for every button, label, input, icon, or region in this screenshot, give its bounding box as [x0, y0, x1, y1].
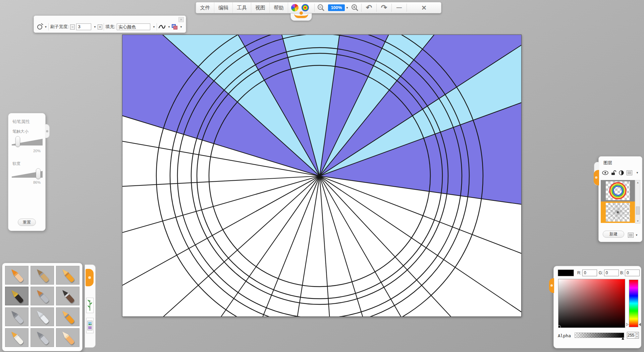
line-style-icon[interactable]: [158, 24, 165, 30]
green-input[interactable]: 0: [604, 270, 619, 276]
layers-drag-ear[interactable]: [594, 170, 599, 185]
blue-field-group: B: 0: [620, 270, 640, 276]
plant-stamp-button[interactable]: [86, 298, 94, 313]
tool-paint-tube[interactable]: [5, 328, 29, 347]
undo-button[interactable]: ↶: [362, 2, 376, 13]
brush-shape-caret[interactable]: ▼: [45, 25, 47, 28]
scroll-down-arrow[interactable]: ▼: [636, 219, 640, 223]
zoom-in-button[interactable]: [348, 2, 361, 13]
layer-thumbnail-rainbow-circle: [606, 181, 630, 200]
tool-crayon[interactable]: [56, 266, 79, 285]
tool-pen[interactable]: [5, 287, 29, 305]
stroke-size-label: 笔触大小: [12, 129, 29, 134]
layers-panel-title: 图层: [603, 160, 612, 166]
tool-charcoal[interactable]: [31, 266, 54, 285]
softness-slider-handle[interactable]: [36, 168, 41, 179]
brush-shape-icon[interactable]: [37, 24, 42, 30]
hue-strip[interactable]: [629, 280, 638, 327]
picture-icon: [87, 318, 93, 333]
alpha-spin-up[interactable]: ▲: [635, 332, 639, 335]
color-panel-drag-ear[interactable]: [549, 278, 554, 293]
brush-width-increase-button[interactable]: +: [98, 24, 102, 30]
layer-visibility-eye-icon[interactable]: [602, 171, 608, 175]
menu-view[interactable]: 视图: [251, 2, 270, 13]
zoom-dropdown-caret[interactable]: ▼: [346, 2, 348, 13]
shape-fill-icon[interactable]: [172, 24, 177, 30]
layer-list: [601, 180, 635, 223]
palette-drag-ear[interactable]: [86, 269, 94, 286]
red-input[interactable]: 0: [582, 270, 597, 276]
layer-row-radial-rays[interactable]: [601, 201, 635, 223]
tool-pointed-brush[interactable]: [56, 287, 79, 305]
layer-options-button[interactable]: [627, 170, 632, 175]
saturation-value-picker[interactable]: [558, 279, 625, 328]
picture-stamp-button[interactable]: [86, 318, 94, 333]
alpha-spinner[interactable]: ▲ ▼: [635, 332, 639, 338]
alpha-value[interactable]: 255: [627, 333, 635, 338]
softness-label: 软度: [12, 161, 20, 167]
tool-palette-panel: [2, 263, 83, 351]
scroll-up-arrow[interactable]: ▲: [636, 180, 640, 185]
menu-edit[interactable]: 编辑: [214, 2, 233, 13]
softness-slider[interactable]: [12, 170, 43, 178]
pencil-panel-collapse-tab[interactable]: [45, 124, 50, 138]
current-color-swatch[interactable]: [558, 270, 574, 276]
hue-marker-left[interactable]: [626, 323, 629, 326]
brush-width-value[interactable]: 3: [76, 23, 91, 30]
tool-flat-brush[interactable]: [31, 287, 54, 305]
softness-value: 86%: [33, 180, 41, 184]
alpha-spin-down[interactable]: ▼: [635, 335, 639, 338]
menu-tools[interactable]: 工具: [233, 2, 251, 13]
menu-help[interactable]: 帮助: [270, 2, 288, 13]
close-button[interactable]: ×: [407, 2, 441, 13]
redo-button[interactable]: ↷: [377, 2, 391, 13]
stroke-size-slider[interactable]: [12, 137, 43, 146]
fill-type-dropdown[interactable]: 实心颜色: [117, 23, 150, 30]
tool-knife[interactable]: [31, 307, 54, 326]
scrollbar-thumb[interactable]: [636, 207, 640, 215]
tool-oil-pen[interactable]: [31, 328, 54, 347]
paint-tube-icon: [7, 330, 26, 346]
zoom-out-button[interactable]: [315, 2, 327, 13]
zoom-level-value[interactable]: 100%: [328, 4, 345, 11]
tool-roller[interactable]: [56, 307, 79, 326]
brush-panel-close-button[interactable]: ×: [178, 17, 184, 22]
tool-eraser[interactable]: [56, 328, 79, 347]
hue-marker-right[interactable]: [639, 323, 641, 326]
layers-scrollbar[interactable]: ▲ ▼: [635, 180, 640, 224]
red-label: R:: [577, 271, 581, 275]
shape-fill-caret[interactable]: ▼: [180, 25, 182, 28]
alpha-slider[interactable]: [575, 333, 624, 338]
color-picker-panel: R: 0 G: 0 B: 0 Alpha 255 ▲ ▼: [553, 266, 641, 348]
tool-airbrush[interactable]: [5, 307, 29, 326]
layer-options-caret[interactable]: ▼: [636, 171, 639, 174]
layer-row-rainbow-circle[interactable]: [601, 180, 635, 201]
tool-pencil[interactable]: [5, 266, 29, 285]
clown-drag-handle[interactable]: [288, 2, 314, 13]
alpha-label: Alpha: [558, 333, 571, 338]
pencil-icon: [7, 267, 26, 283]
radial-rays-art: [606, 203, 630, 222]
eraser-icon: [58, 330, 77, 346]
fill-type-caret[interactable]: ▼: [153, 25, 155, 28]
stroke-size-slider-handle[interactable]: [15, 136, 20, 147]
alpha-spinbox[interactable]: 255 ▲ ▼: [627, 332, 639, 339]
brush-width-caret[interactable]: ▼: [94, 25, 96, 28]
reset-button[interactable]: 重置: [18, 219, 36, 226]
layer-blend-icon[interactable]: [619, 170, 624, 175]
zoom-out-icon: [317, 4, 325, 12]
stroke-size-value: 20%: [33, 149, 41, 153]
menu-file[interactable]: 文件: [196, 2, 214, 13]
menu-bar: 文件编辑工具视图帮助: [196, 2, 288, 13]
new-layer-button[interactable]: 新建: [603, 231, 624, 238]
blue-input[interactable]: 0: [625, 270, 640, 276]
minimize-button[interactable]: —: [392, 2, 407, 13]
line-style-caret[interactable]: ▼: [168, 25, 170, 28]
alpha-slider-marker[interactable]: [622, 338, 624, 340]
drawing-canvas[interactable]: [122, 35, 522, 317]
tool-grid: [5, 266, 79, 347]
brush-width-decrease-button[interactable]: −: [70, 24, 75, 30]
layer-lock-icon[interactable]: [611, 170, 616, 175]
layer-list-menu-button[interactable]: ▼: [628, 233, 638, 238]
crayon-icon: [58, 267, 77, 283]
